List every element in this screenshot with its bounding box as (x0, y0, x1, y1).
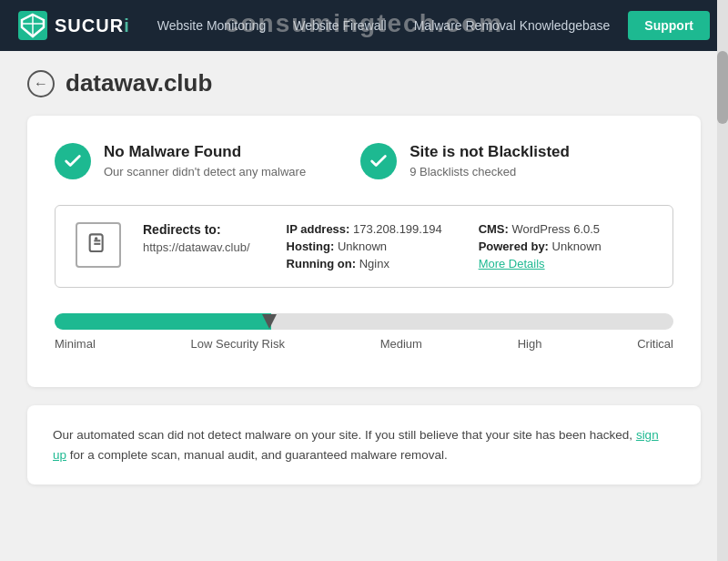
cms-line: CMS: WordPress 6.0.5 (479, 222, 602, 236)
blacklist-title: Site is not Blacklisted (410, 143, 570, 161)
powered-line: Powered by: Unknown (479, 240, 602, 253)
notice-text-before: Our automated scan did not detect malwar… (53, 428, 632, 442)
blacklist-status-text: Site is not Blacklisted 9 Blacklists che… (410, 143, 570, 178)
network-col: IP address: 173.208.199.194 Hosting: Unk… (287, 222, 442, 270)
blacklist-description: 9 Blacklists checked (410, 165, 570, 178)
malware-status-text: No Malware Found Our scanner didn't dete… (104, 143, 306, 178)
cms-col: CMS: WordPress 6.0.5 Powered by: Unknown… (479, 222, 602, 270)
nav-right: Knowledgebase Support (520, 11, 710, 40)
svg-point-5 (95, 237, 98, 240)
ip-label: IP address: (287, 222, 350, 236)
label-medium: Medium (380, 337, 422, 351)
meter-fill (55, 313, 271, 330)
running-value: Nginx (359, 257, 389, 270)
nav-website-firewall[interactable]: Website Firewall (293, 18, 386, 33)
redirects-url: https://datawav.club/ (143, 240, 250, 254)
nav-malware-removal[interactable]: Malware Removal (414, 18, 516, 33)
malware-status: No Malware Found Our scanner didn't dete… (55, 143, 306, 179)
hosting-line: Hosting: Unknown (287, 240, 442, 253)
back-button[interactable]: ← (27, 70, 55, 97)
powered-value: Unknown (552, 240, 602, 253)
info-columns: Redirects to: https://datawav.club/ IP a… (143, 222, 652, 270)
sucuri-logo-icon (18, 11, 47, 40)
risk-meter: Minimal Low Security Risk Medium High Cr… (55, 313, 673, 351)
meter-bar (55, 313, 673, 330)
knowledgebase-link[interactable]: Knowledgebase (520, 18, 611, 33)
meter-labels: Minimal Low Security Risk Medium High Cr… (55, 337, 673, 351)
scrollbar[interactable] (717, 0, 728, 561)
main-card: No Malware Found Our scanner didn't dete… (27, 116, 701, 387)
document-icon (86, 232, 111, 258)
redirects-label: Redirects to: (143, 222, 250, 237)
malware-description: Our scanner didn't detect any malware (104, 165, 306, 178)
site-info-box: Redirects to: https://datawav.club/ IP a… (55, 205, 673, 288)
nav-links: Website Monitoring Website Firewall Malw… (157, 18, 520, 33)
status-row: No Malware Found Our scanner didn't dete… (55, 143, 673, 179)
malware-check-icon (55, 143, 91, 179)
notice-box: Our automated scan did not detect malwar… (27, 405, 701, 484)
nav-website-monitoring[interactable]: Website Monitoring (157, 18, 267, 33)
label-low: Low Security Risk (191, 337, 285, 351)
page-title: datawav.club (66, 69, 212, 97)
label-critical: Critical (637, 337, 673, 351)
navbar: SUCURi Website Monitoring Website Firewa… (0, 0, 728, 51)
malware-title: No Malware Found (104, 143, 306, 161)
blacklist-status: Site is not Blacklisted 9 Blacklists che… (360, 143, 570, 179)
svg-rect-4 (90, 234, 103, 251)
scrollbar-thumb[interactable] (717, 51, 728, 124)
cms-label: CMS: (479, 222, 509, 236)
running-line: Running on: Nginx (287, 257, 442, 270)
label-minimal: Minimal (55, 337, 96, 351)
label-high: High (518, 337, 542, 351)
logo: SUCURi (18, 11, 130, 40)
site-icon (76, 222, 121, 268)
running-label: Running on: (287, 257, 357, 270)
hosting-label: Hosting: (287, 240, 335, 253)
support-button[interactable]: Support (628, 11, 710, 40)
more-details-link[interactable]: More Details (479, 257, 602, 270)
ip-value: 173.208.199.194 (353, 222, 442, 236)
blacklist-check-icon (360, 143, 397, 179)
powered-label: Powered by: (479, 240, 549, 253)
main-content: ← datawav.club No Malware Found Our scan… (0, 51, 728, 561)
notice-text-after: for a complete scan, manual audit, and g… (70, 448, 448, 462)
hosting-value: Unknown (338, 240, 387, 253)
ip-line: IP address: 173.208.199.194 (287, 222, 442, 236)
cms-value: WordPress 6.0.5 (511, 222, 600, 236)
logo-text: SUCURi (55, 15, 130, 36)
meter-indicator (262, 314, 277, 329)
page-header: ← datawav.club (27, 69, 701, 97)
redirects-col: Redirects to: https://datawav.club/ (143, 222, 250, 270)
